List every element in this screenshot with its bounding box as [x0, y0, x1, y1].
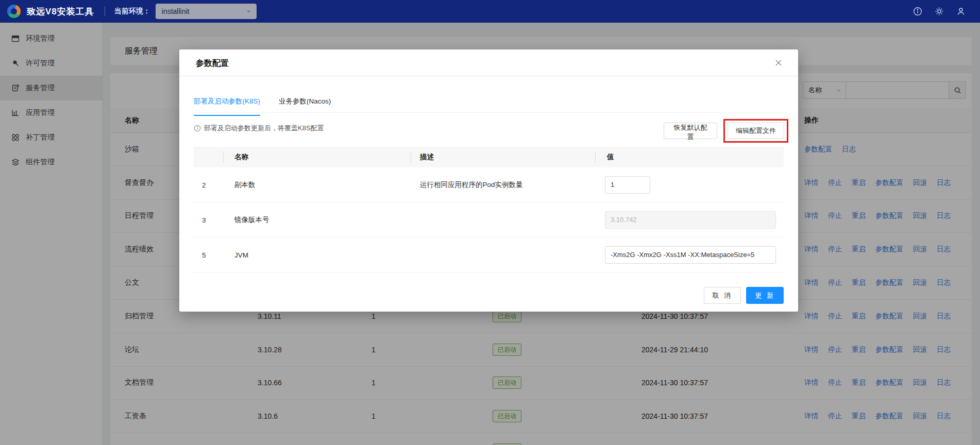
- cancel-button[interactable]: 取 消: [704, 287, 741, 304]
- app-title: 致远V8安装工具: [27, 6, 94, 18]
- restore-default-button[interactable]: 恢复默认配置: [664, 123, 717, 139]
- edit-config-file-button[interactable]: 编辑配置文件: [728, 123, 784, 139]
- param-row: 2副本数运行相同应用程序的Pod实例数量: [194, 167, 784, 202]
- app-logo-icon: [7, 5, 21, 18]
- param-name: 镜像版本号: [234, 215, 269, 225]
- close-icon[interactable]: [774, 59, 783, 67]
- column-separator: [595, 151, 596, 163]
- top-header: 致远V8安装工具 当前环境： installinit: [0, 0, 980, 23]
- k8s-notice: 部署及启动参数更新后，将覆盖K8S配置: [194, 124, 324, 133]
- param-name: JVM: [234, 251, 248, 259]
- column-separator: [223, 151, 224, 163]
- param-config-modal: 参数配置 部署及启动参数(K8S)业务参数(Nacos) 部署及启动参数更新后，…: [179, 49, 798, 312]
- param-index: 2: [202, 181, 206, 189]
- param-row: 5JVM: [194, 237, 784, 272]
- param-index: 3: [202, 216, 206, 224]
- k8s-notice-text: 部署及启动参数更新后，将覆盖K8S配置: [204, 124, 324, 133]
- param-header-desc: 描述: [420, 152, 434, 162]
- param-header-value: 值: [607, 152, 614, 162]
- param-index: 5: [202, 251, 206, 259]
- param-value-input: [605, 211, 776, 229]
- info-icon[interactable]: [913, 7, 922, 16]
- param-desc: 运行相同应用程序的Pod实例数量: [420, 180, 523, 190]
- param-table-header: 名称 描述 值: [194, 147, 784, 167]
- tab-业务参数(Nacos)[interactable]: 业务参数(Nacos): [279, 94, 331, 112]
- info-circle-icon: [194, 125, 201, 132]
- user-icon[interactable]: [956, 7, 966, 16]
- param-value-input[interactable]: [605, 246, 776, 264]
- chevron-down-icon: [246, 9, 251, 14]
- update-button[interactable]: 更 新: [746, 287, 784, 304]
- header-divider: [105, 7, 105, 16]
- environment-select-value: installinit: [162, 7, 190, 15]
- column-separator: [411, 151, 411, 163]
- env-label: 当前环境：: [114, 7, 150, 16]
- modal-header: 参数配置: [179, 49, 798, 76]
- environment-select[interactable]: installinit: [156, 4, 257, 19]
- tab-部署及启动参数(K8S)[interactable]: 部署及启动参数(K8S): [194, 94, 260, 112]
- param-value-input[interactable]: [605, 176, 650, 194]
- gear-icon[interactable]: [935, 7, 944, 16]
- modal-title: 参数配置: [196, 58, 229, 69]
- param-header-name: 名称: [234, 152, 248, 162]
- param-row: 3镜像版本号: [194, 202, 784, 237]
- modal-tabs: 部署及启动参数(K8S)业务参数(Nacos): [194, 94, 784, 113]
- param-name: 副本数: [234, 180, 256, 190]
